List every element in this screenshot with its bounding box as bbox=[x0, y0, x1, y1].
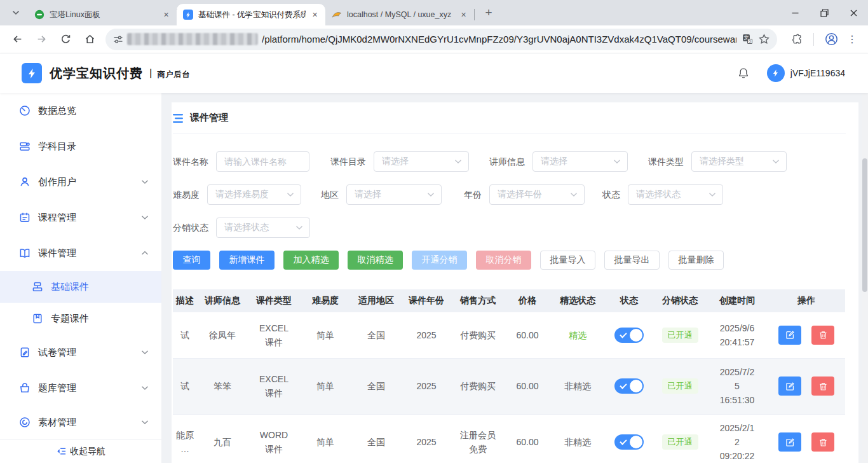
add-featured-button[interactable]: 加入精选 bbox=[283, 251, 339, 270]
sidebar-item-creators[interactable]: 创作用户 bbox=[0, 164, 161, 200]
sidebar-item-label: 基础课件 bbox=[51, 281, 89, 293]
cell-teacher: 九百 bbox=[197, 414, 248, 463]
window-close-button[interactable] bbox=[839, 0, 868, 25]
featured-label: 非精选 bbox=[564, 437, 591, 447]
translate-icon[interactable]: 文G bbox=[743, 34, 752, 44]
sidebar-item-dashboard[interactable]: 数据总览 bbox=[0, 93, 161, 128]
reload-button[interactable] bbox=[55, 29, 76, 50]
edit-button[interactable] bbox=[778, 432, 801, 452]
status-toggle-on[interactable] bbox=[614, 328, 644, 343]
filter-label: 地区 bbox=[321, 184, 339, 205]
sidebar-item-basic-courseware[interactable]: 基础课件 bbox=[0, 271, 161, 303]
delete-button[interactable] bbox=[811, 377, 834, 396]
cell-created: 2025/2/12 09:20:22 bbox=[707, 414, 768, 463]
cell-price: 60.00 bbox=[505, 358, 550, 414]
status-toggle-on[interactable] bbox=[614, 434, 644, 450]
crescent-circle-icon bbox=[19, 417, 31, 428]
edit-button[interactable] bbox=[778, 377, 801, 396]
cell-type: EXCEL 课件 bbox=[248, 312, 300, 358]
cell-actions bbox=[768, 414, 845, 463]
delete-button[interactable] bbox=[811, 326, 834, 345]
bookmark-star-icon[interactable] bbox=[759, 34, 770, 45]
browser-tab-baota[interactable]: 宝塔Linux面板 × bbox=[28, 4, 177, 25]
extensions-icon[interactable] bbox=[788, 29, 806, 50]
courseware-name-input[interactable] bbox=[216, 151, 309, 172]
tab-search-button[interactable] bbox=[6, 4, 25, 22]
delete-button[interactable] bbox=[811, 432, 834, 452]
batch-import-button[interactable]: 批量导入 bbox=[540, 251, 595, 270]
close-icon[interactable]: × bbox=[458, 10, 469, 20]
browser-tab-active[interactable]: 基础课件 - 优学宝知识付费系统 × bbox=[177, 4, 325, 25]
enable-distribution-button[interactable]: 开通分销 bbox=[412, 251, 467, 270]
back-button[interactable] bbox=[7, 29, 27, 50]
col-header: 描述 bbox=[173, 289, 197, 312]
forward-button[interactable] bbox=[31, 29, 51, 50]
col-header: 课件类型 bbox=[248, 289, 300, 312]
sidebar-item-courseware-management[interactable]: 课件管理 bbox=[0, 235, 161, 271]
new-tab-button[interactable]: + bbox=[479, 3, 498, 22]
chevron-down-icon bbox=[613, 159, 621, 164]
cancel-distribution-button[interactable]: 取消分销 bbox=[476, 251, 531, 270]
app-header: 优学宝知识付费 | 商户后台 jVFJjE119634 bbox=[0, 53, 868, 93]
close-icon[interactable]: × bbox=[161, 10, 172, 20]
batch-delete-button[interactable]: 批量删除 bbox=[668, 251, 724, 270]
cell-description: 试 bbox=[173, 358, 197, 414]
username[interactable]: jVFJjE119634 bbox=[790, 68, 845, 78]
brand-subtitle: 商户后台 bbox=[157, 69, 190, 80]
courseware-catalog-select[interactable]: 请选择 bbox=[374, 151, 469, 172]
difficulty-select[interactable]: 请选择难易度 bbox=[207, 184, 301, 205]
col-header: 价格 bbox=[505, 289, 550, 312]
sidebar-item-subject-catalog[interactable]: 学科目录 bbox=[0, 128, 161, 164]
chevron-down-icon bbox=[295, 225, 303, 230]
scrollbar-thumb[interactable] bbox=[862, 158, 867, 292]
cell-featured: 非精选 bbox=[550, 358, 605, 414]
chevron-down-icon bbox=[141, 385, 149, 390]
vertical-scrollbar[interactable] bbox=[862, 53, 868, 463]
sidebar-item-material-management[interactable]: 素材管理 bbox=[0, 406, 161, 439]
url-path[interactable]: /platform/home/QjJMK0d2MW0rNXNEdGYrU1cvM… bbox=[262, 34, 736, 45]
chevron-down-icon bbox=[772, 159, 780, 164]
sidebar-item-exam-management[interactable]: 试卷管理 bbox=[0, 335, 161, 370]
home-button[interactable] bbox=[79, 29, 100, 50]
toolbar-divider bbox=[813, 33, 814, 46]
remove-featured-button[interactable]: 取消精选 bbox=[348, 251, 403, 270]
list-bars-icon bbox=[173, 114, 184, 123]
profile-icon[interactable] bbox=[822, 29, 841, 50]
status-toggle-on[interactable] bbox=[614, 378, 644, 394]
document-pencil-icon bbox=[19, 347, 31, 358]
cell-status bbox=[605, 312, 653, 358]
region-select[interactable]: 请选择 bbox=[346, 184, 442, 205]
cell-featured: 精选 bbox=[550, 312, 605, 358]
user-avatar[interactable] bbox=[767, 64, 785, 82]
sidebar-item-question-bank[interactable]: 题库管理 bbox=[0, 370, 161, 406]
cell-region: 全国 bbox=[351, 312, 402, 358]
bell-icon[interactable] bbox=[738, 67, 749, 79]
url-bar[interactable]: /platform/home/QjJMK0d2MW0rNXNEdGYrU1cvM… bbox=[105, 29, 777, 50]
collapse-nav-button[interactable]: 收起导航 bbox=[0, 439, 161, 463]
add-courseware-button[interactable]: 新增课件 bbox=[219, 251, 275, 270]
collapse-nav-label: 收起导航 bbox=[70, 446, 105, 457]
sidebar-item-topic-courseware[interactable]: 专题课件 bbox=[0, 303, 161, 335]
cell-distribution: 已开通 bbox=[653, 358, 707, 414]
browser-tab-phpmyadmin[interactable]: localhost / MySQL / uxue_xyz × bbox=[325, 4, 474, 25]
table-row: 试 徐凤年 EXCEL 课件 简单 全国 2025 付费购买 60.00 精选 … bbox=[173, 312, 845, 358]
query-button[interactable]: 查询 bbox=[173, 251, 210, 270]
courseware-type-select[interactable]: 请选择类型 bbox=[691, 151, 787, 172]
minimize-button[interactable] bbox=[780, 0, 810, 25]
site-settings-icon[interactable] bbox=[113, 34, 123, 45]
year-select[interactable]: 请选择年份 bbox=[489, 184, 585, 205]
window-controls bbox=[780, 0, 868, 25]
col-header: 难易度 bbox=[300, 289, 351, 312]
filter-label: 课件名称 bbox=[173, 151, 208, 172]
menu-dots-icon[interactable]: ⋮ bbox=[844, 29, 860, 50]
status-select[interactable]: 请选择状态 bbox=[628, 184, 723, 205]
cell-year: 2025 bbox=[402, 414, 451, 463]
edit-button[interactable] bbox=[778, 326, 801, 345]
app-logo-lightning-icon bbox=[22, 63, 42, 83]
distribution-status-select[interactable]: 请选择状态 bbox=[216, 218, 310, 238]
close-icon[interactable]: × bbox=[309, 10, 320, 20]
batch-export-button[interactable]: 批量导出 bbox=[604, 251, 660, 270]
restore-button[interactable] bbox=[810, 0, 839, 25]
sidebar-item-course-management[interactable]: 课程管理 bbox=[0, 200, 161, 235]
teacher-select[interactable]: 请选择 bbox=[532, 151, 628, 172]
